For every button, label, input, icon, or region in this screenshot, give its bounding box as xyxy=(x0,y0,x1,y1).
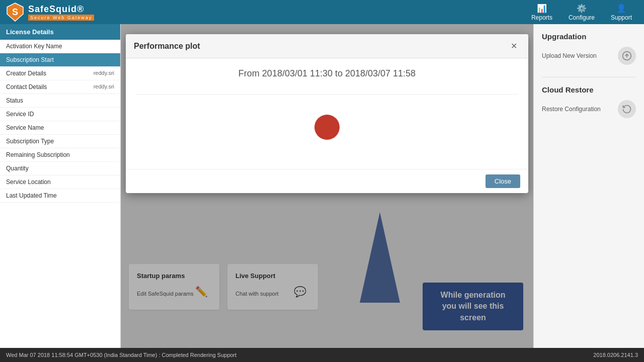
sidebar-item-service-id[interactable]: Service ID xyxy=(0,108,120,121)
upload-icon-button[interactable] xyxy=(618,47,636,65)
sidebar: License Details Activation Key Name Subs… xyxy=(0,24,121,348)
sidebar-item-service-name[interactable]: Service Name xyxy=(0,121,120,135)
upgradation-section: Upgradation Upload New Version xyxy=(542,32,636,65)
sidebar-label-status: Status xyxy=(6,97,23,104)
upgradation-title: Upgradation xyxy=(542,32,636,41)
sidebar-label-creator: Creator Details xyxy=(6,70,46,77)
modal-date-range: From 2018/03/01 11:30 to 2018/03/07 11:5… xyxy=(238,68,416,79)
svg-text:S: S xyxy=(12,7,18,17)
panel-divider xyxy=(542,77,636,77)
support-icon: 👤 xyxy=(616,4,626,13)
nav-reports[interactable]: 📊 Reports xyxy=(524,2,559,23)
sidebar-item-activation-key[interactable]: Activation Key Name xyxy=(0,40,120,53)
nav-reports-label: Reports xyxy=(531,14,552,21)
sidebar-header: License Details xyxy=(0,24,120,40)
modal-close-x-button[interactable]: ✕ xyxy=(508,40,520,52)
restore-label: Restore Configuration xyxy=(542,106,601,113)
nav-configure[interactable]: ⚙️ Configure xyxy=(561,2,602,23)
performance-plot-modal: Performance plot ✕ From 2018/03/01 11:30… xyxy=(126,34,528,193)
sidebar-label-contact: Contact Details xyxy=(6,83,47,90)
statusbar-left: Wed Mar 07 2018 11:58:54 GMT+0530 (India… xyxy=(6,352,236,358)
sidebar-item-subscription-start[interactable]: Subscription Start xyxy=(0,53,120,67)
sidebar-item-last-updated[interactable]: Last Updated Time xyxy=(0,189,120,203)
main-layout: License Details Activation Key Name Subs… xyxy=(0,24,644,348)
logo-icon: S xyxy=(5,2,25,22)
modal-overlay: Performance plot ✕ From 2018/03/01 11:30… xyxy=(121,24,533,348)
modal-body: From 2018/03/01 11:30 to 2018/03/07 11:5… xyxy=(126,58,528,169)
sidebar-item-service-location[interactable]: Service Location xyxy=(0,175,120,189)
modal-header: Performance plot ✕ xyxy=(126,34,528,58)
sidebar-item-status[interactable]: Status xyxy=(0,94,120,108)
modal-title: Performance plot xyxy=(134,42,200,51)
sidebar-value-contact: reddy.sri xyxy=(94,83,114,90)
sidebar-label-subscription-type: Subscription Type xyxy=(6,138,54,145)
nav-support-label: Support xyxy=(611,14,632,21)
upgradation-row: Upload New Version xyxy=(542,47,636,65)
configure-icon: ⚙️ xyxy=(577,4,587,13)
header-nav: 📊 Reports ⚙️ Configure 👤 Support xyxy=(524,2,639,23)
sidebar-label-subscription-start: Subscription Start xyxy=(6,56,54,63)
restore-row: Restore Configuration xyxy=(542,100,636,118)
modal-close-button[interactable]: Close xyxy=(486,174,520,188)
nav-configure-label: Configure xyxy=(569,14,595,21)
nav-support[interactable]: 👤 Support xyxy=(604,2,639,23)
statusbar: Wed Mar 07 2018 11:58:54 GMT+0530 (India… xyxy=(0,348,644,362)
sidebar-item-quantity[interactable]: Quantity xyxy=(0,162,120,175)
upload-label: Upload New Version xyxy=(542,52,597,59)
logo-area: S SafeSquid® Secure Web Gateway xyxy=(5,2,94,22)
sidebar-label-service-name: Service Name xyxy=(6,124,44,131)
cloud-restore-section: Cloud Restore Restore Configuration xyxy=(542,85,636,118)
sidebar-label-quantity: Quantity xyxy=(6,165,29,172)
sidebar-label-last-updated: Last Updated Time xyxy=(6,192,57,199)
cloud-restore-title: Cloud Restore xyxy=(542,85,636,94)
logo-text: SafeSquid® Secure Web Gateway xyxy=(28,4,94,21)
content-area: Startup params Edit SafeSquid params ✏️ … xyxy=(121,24,533,348)
sidebar-label-location: Service Location xyxy=(6,178,51,186)
sidebar-item-remaining-subscription[interactable]: Remaining Subscription xyxy=(0,148,120,162)
header: S SafeSquid® Secure Web Gateway 📊 Report… xyxy=(0,0,644,24)
sidebar-item-contact-details[interactable]: Contact Details reddy.sri xyxy=(0,80,120,94)
sidebar-label-service-id: Service ID xyxy=(6,111,34,118)
sidebar-item-creator-details[interactable]: Creator Details reddy.sri xyxy=(0,67,120,80)
statusbar-right: 2018.0206.2141.3 xyxy=(593,352,638,358)
sidebar-label-activation-key: Activation Key Name xyxy=(6,43,62,50)
sidebar-value-creator: reddy.sri xyxy=(94,70,114,77)
brand-name: SafeSquid® xyxy=(28,4,94,15)
reports-icon: 📊 xyxy=(537,4,547,13)
sidebar-item-subscription-type[interactable]: Subscription Type xyxy=(0,135,120,148)
loading-spinner xyxy=(314,115,340,140)
modal-footer: Close xyxy=(126,169,528,193)
tagline: Secure Web Gateway xyxy=(28,15,94,21)
right-panel: Upgradation Upload New Version Cloud Res… xyxy=(533,24,644,348)
sidebar-label-remaining: Remaining Subscription xyxy=(6,151,70,158)
restore-icon-button[interactable] xyxy=(618,100,636,118)
